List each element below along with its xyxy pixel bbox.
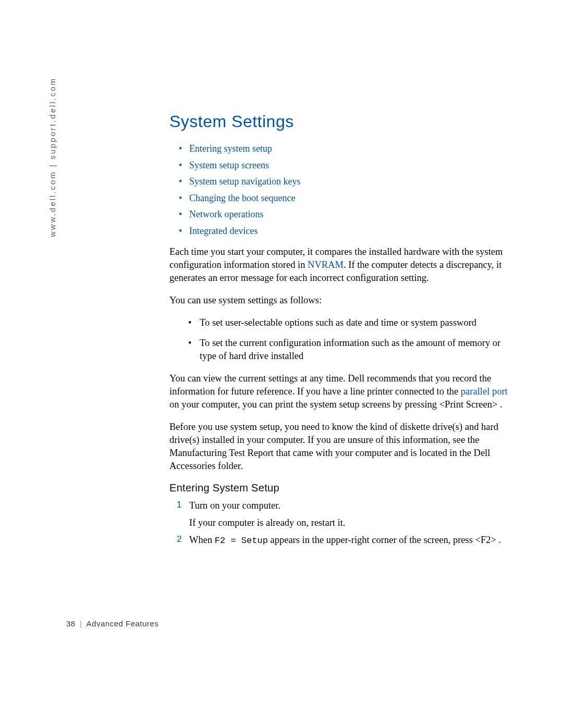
toc-item[interactable]: Entering system setup xyxy=(169,141,516,157)
list-item: To set the current configuration informa… xyxy=(169,337,516,363)
intro-paragraph: Each time you start your computer, it co… xyxy=(169,245,516,285)
nvram-link[interactable]: NVRAM xyxy=(308,260,344,270)
text-span: on your computer, you can print the syst… xyxy=(169,399,503,410)
sidebar-url: www.dell.com | support.dell.com xyxy=(48,77,57,237)
step-text: When xyxy=(189,535,215,545)
text-span: You can view the current settings at any… xyxy=(169,373,491,397)
toc-item[interactable]: System setup navigation keys xyxy=(169,174,516,190)
step-number: 1 xyxy=(177,499,181,511)
step-followup: If your computer is already on, restart … xyxy=(189,516,516,529)
step-text: Turn on your computer. xyxy=(189,500,280,511)
page-footer: 38 | Advanced Features xyxy=(66,619,158,628)
toc-item[interactable]: System setup screens xyxy=(169,157,516,174)
list-item: To set user-selectable options such as d… xyxy=(169,316,516,329)
step-item: 1 Turn on your computer. If your compute… xyxy=(169,499,516,529)
page-title: System Settings xyxy=(169,112,516,131)
section-name: Advanced Features xyxy=(87,619,159,628)
view-settings-paragraph: You can view the current settings at any… xyxy=(169,372,516,411)
main-content: System Settings Entering system setup Sy… xyxy=(169,112,516,551)
toc-item[interactable]: Changing the boot sequence xyxy=(169,190,516,207)
keypress-mono: F2 = Setup xyxy=(215,536,268,546)
toc-list: Entering system setup System setup scree… xyxy=(169,141,516,239)
toc-item[interactable]: Integrated devices xyxy=(169,223,516,240)
footer-separator: | xyxy=(80,619,82,628)
steps-list: 1 Turn on your computer. If your compute… xyxy=(169,499,516,547)
entering-setup-heading: Entering System Setup xyxy=(169,482,516,494)
parallel-port-link[interactable]: parallel port xyxy=(461,386,508,397)
usage-list: To set user-selectable options such as d… xyxy=(169,316,516,363)
toc-item[interactable]: Network operations xyxy=(169,206,516,223)
prerequisite-paragraph: Before you use system setup, you need to… xyxy=(169,421,516,473)
page-number: 38 xyxy=(66,619,76,628)
step-text: appears in the upper-right corner of the… xyxy=(268,535,501,545)
usage-intro: You can use system settings as follows: xyxy=(169,294,516,307)
step-item: 2 When F2 = Setup appears in the upper-r… xyxy=(169,534,516,547)
step-number: 2 xyxy=(177,534,181,546)
